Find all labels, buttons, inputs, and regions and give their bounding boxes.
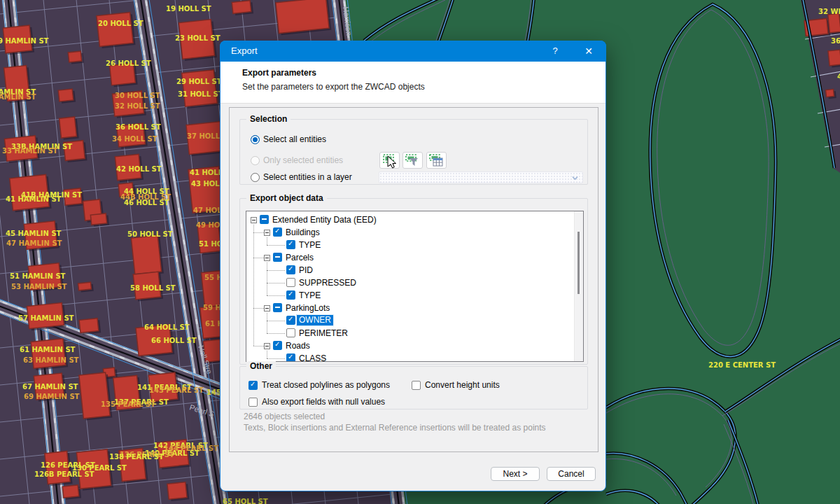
map-street-label: 138 PEARL ST	[109, 453, 164, 461]
tree-guide	[267, 351, 267, 358]
radio-select-all-entities[interactable]	[251, 135, 260, 144]
map-street-label: 50 HOLL ST	[127, 230, 173, 238]
page-subtitle: Set the parameters to export the ZWCAD o…	[242, 82, 425, 92]
checkbox-label-also-export-fields-with-null-values: Also export fields with null values	[262, 398, 385, 407]
map-street-label: 26 HOLL ST	[106, 59, 151, 67]
map-street-label: 33 HAMLIN ST	[2, 147, 58, 155]
tree-connector	[253, 346, 264, 346]
map-street-label: 29 HOLL ST	[176, 78, 222, 85]
chevron-down-icon	[571, 174, 579, 182]
tree-checkbox-type[interactable]	[286, 240, 295, 249]
dialog-titlebar[interactable]: Export ? ✕	[220, 41, 606, 62]
tree-item-parcels[interactable]: Parcels	[284, 251, 316, 264]
zwcad-viewport[interactable]: 19 HOLL ST20 HOLL ST19 HAMLIN ST23 HOLL …	[0, 0, 840, 504]
tree-scrollbar-thumb[interactable]	[578, 232, 580, 294]
tree-checkbox-extended-entity-data-eed[interactable]	[260, 215, 269, 224]
help-button[interactable]: ?	[543, 44, 567, 58]
tree-scrollbar[interactable]	[574, 211, 583, 361]
tree-item-owner[interactable]: OWNER	[297, 315, 333, 326]
select-by-table-button[interactable]	[426, 152, 447, 169]
tree-checkbox-pid[interactable]	[286, 265, 295, 274]
map-street-label: 19 HAMLIN ST	[0, 37, 49, 45]
map-building	[62, 485, 81, 500]
map-street-label: 58 HOLL ST	[130, 284, 176, 292]
tree-checkbox-parkinglots[interactable]	[273, 303, 282, 312]
map-street-label: 42 HOLL ST	[116, 165, 162, 173]
map-building	[79, 372, 113, 421]
map-street-label: 135 PEARL ST	[101, 400, 155, 408]
next-button[interactable]: Next >	[491, 467, 540, 481]
other-group-label: Other	[246, 361, 276, 371]
map-street-label: 32 HOLL ST	[115, 102, 160, 110]
map-street-label: 31 HOLL ST	[178, 90, 223, 98]
map-building	[59, 117, 79, 140]
export-object-data-label: Export object data	[246, 193, 327, 203]
tree-checkbox-parcels[interactable]	[273, 253, 282, 262]
radio-only-selected-entities	[251, 156, 260, 165]
map-building	[31, 338, 68, 370]
dialog-title: Export	[231, 46, 258, 56]
map-street-label: 34 HOLL ST	[112, 135, 158, 143]
tree-item-type[interactable]: TYPE	[297, 289, 323, 302]
tree-connector	[253, 232, 264, 233]
map-street-label: 23 HOLL ST	[175, 34, 220, 42]
tree-item-type[interactable]: TYPE	[297, 239, 323, 251]
checkbox-label-convert-height-units: Convert height units	[425, 381, 500, 390]
tree-expander-roads[interactable]	[264, 343, 270, 349]
tree-item-roads[interactable]: Roads	[284, 340, 312, 352]
checkbox-convert-height-units[interactable]	[412, 381, 421, 390]
tree-expander-parcels[interactable]	[264, 255, 270, 261]
map-street-label: 47 HAMLIN ST	[6, 239, 62, 247]
tree-connector	[267, 321, 285, 321]
layer-dropdown[interactable]	[379, 172, 583, 183]
checkbox-also-export-fields-with-null-values[interactable]	[248, 398, 258, 407]
tree-checkbox-buildings[interactable]	[273, 227, 282, 237]
map-street-label: 67 HAMLIN ST	[22, 383, 78, 391]
object-data-tree[interactable]: Extended Entity Data (EED)BuildingsTYPEP…	[246, 211, 584, 362]
map-street-label: 53 HAMLIN ST	[11, 283, 67, 290]
checkbox-treat-closed-polylines-as-polygons[interactable]	[248, 381, 258, 390]
tree-connector	[267, 333, 285, 334]
tree-checkbox-type[interactable]	[286, 290, 295, 300]
select-entities-on-screen-button[interactable]	[379, 152, 400, 169]
radio-select-entities-in-a-layer[interactable]	[251, 173, 260, 182]
tree-item-buildings[interactable]: Buildings	[284, 226, 322, 239]
map-building	[97, 12, 136, 48]
close-button[interactable]: ✕	[577, 44, 601, 58]
select-on-screen-icon	[380, 153, 399, 168]
map-street-label: 30 HOLL ST	[115, 92, 160, 99]
tree-item-parkinglots[interactable]: ParkingLots	[284, 302, 332, 314]
tree-checkbox-owner[interactable]	[286, 316, 295, 325]
map-street-label: 126B PEARL ST	[34, 470, 94, 478]
tree-connector	[253, 258, 264, 258]
map-street-label: 19 HOLL ST	[166, 5, 211, 13]
other-group: Other Treat closed polylines as polygons…	[239, 366, 588, 410]
radio-label-select-entities-in-a-layer: Select entities in a layer	[263, 173, 352, 182]
map-street-label: 25 HAMLIN ST	[0, 93, 36, 101]
filter-selection-button[interactable]	[402, 152, 423, 169]
tree-item-extended-entity-data-eed[interactable]: Extended Entity Data (EED)	[270, 214, 379, 226]
tree-item-perimeter[interactable]: PERIMETER	[297, 327, 350, 340]
tree-checkbox-roads[interactable]	[273, 341, 282, 350]
map-building	[167, 482, 189, 501]
map-street-label: 20 HOLL ST	[98, 20, 144, 27]
map-street-label: 69 HAMLIN ST	[24, 393, 80, 400]
tree-checkbox-suppressed[interactable]	[286, 278, 295, 287]
tree-expander-parkinglots[interactable]	[264, 305, 270, 312]
map-building	[828, 13, 840, 35]
tree-checkbox-perimeter[interactable]	[286, 328, 295, 337]
tree-checkbox-class[interactable]	[286, 354, 295, 362]
tree-item-pid[interactable]: PID	[297, 264, 315, 276]
tree-connector	[267, 245, 285, 246]
map-street-label: 66 HOLL ST	[151, 337, 197, 344]
tree-connector	[267, 283, 285, 284]
radio-label-select-all-entities: Select all entities	[263, 135, 326, 144]
map-street-label: 36 HOLL ST	[115, 123, 161, 131]
map-street-label: 4	[837, 73, 840, 80]
cancel-button[interactable]: Cancel	[547, 467, 596, 481]
selection-group: Selection	[239, 119, 588, 185]
tree-item-class[interactable]: CLASS	[297, 352, 328, 362]
tree-expander-buildings[interactable]	[264, 230, 270, 236]
tree-item-suppressed[interactable]: SUPPRESSED	[297, 276, 358, 289]
tree-expander-extended-entity-data-eed[interactable]	[251, 217, 257, 223]
